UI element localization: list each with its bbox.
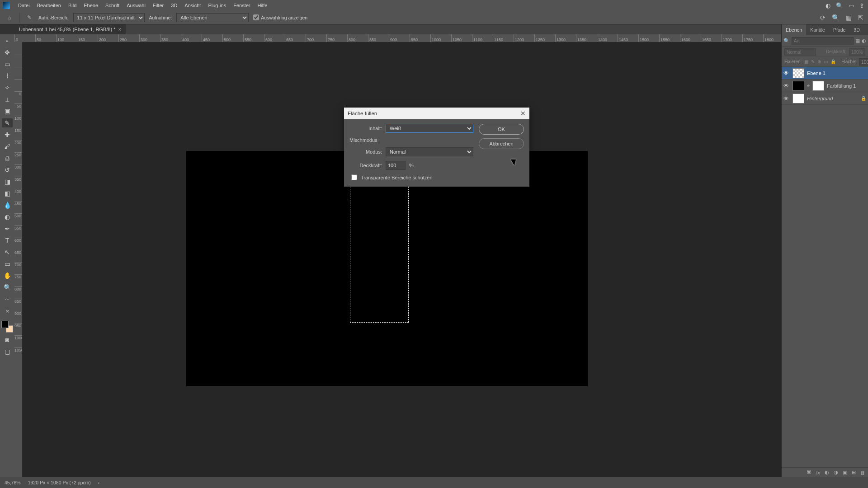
menu-3d[interactable]: 3D [167, 0, 181, 11]
frame-tool[interactable]: ▣ [2, 107, 13, 116]
link-icon[interactable]: ⎆ [807, 83, 810, 88]
swap-colors-icon[interactable]: ⤭ [2, 306, 13, 315]
layer-mask-thumb[interactable] [812, 81, 824, 91]
quickmask-tool[interactable]: ◙ [2, 335, 13, 344]
menu-schrift[interactable]: Schrift [102, 0, 123, 11]
screenmode-tool[interactable]: ▢ [2, 347, 13, 356]
visibility-icon[interactable]: 👁 [783, 95, 790, 102]
fx-icon[interactable]: fx [816, 470, 820, 475]
ruler-vertical[interactable]: 0501001502002503003504004505005506006507… [14, 42, 23, 477]
tab-pfade[interactable]: Pfade [829, 24, 849, 35]
dialog-titlebar[interactable]: Fläche füllen ✕ [344, 108, 529, 119]
lock-position-icon[interactable]: ✎ [811, 59, 815, 64]
status-doc-info[interactable]: 1920 Px × 1080 Px (72 ppcm) [28, 480, 91, 485]
workspace-icon[interactable]: ▭ [849, 2, 854, 9]
eyedropper-tool[interactable]: ✎ [2, 118, 13, 127]
pen-tool[interactable]: ✒ [2, 224, 13, 233]
stamp-tool[interactable]: ⎙ [2, 154, 13, 163]
menu-bearbeiten[interactable]: Bearbeiten [33, 0, 65, 11]
modus-select[interactable]: Normal [386, 147, 473, 156]
lock-nest-icon[interactable]: ▭ [824, 59, 828, 64]
tab-3d[interactable]: 3D [849, 24, 863, 35]
collapse-icon[interactable]: « [2, 36, 13, 45]
new-layer-icon[interactable]: ⊞ [852, 469, 856, 475]
fill-value[interactable]: 100% [859, 58, 868, 66]
link-layers-icon[interactable]: ⌘ [807, 469, 811, 475]
layer-row[interactable]: 👁 Ebene 1 [782, 67, 868, 80]
edit-toolbar-icon[interactable]: ⋯ [2, 295, 13, 304]
lock-all-icon[interactable]: 🔒 [830, 59, 836, 64]
share-icon[interactable]: ⇪ [859, 2, 864, 9]
layer-thumb[interactable] [793, 94, 804, 103]
heal-tool[interactable]: ✚ [2, 130, 13, 139]
marquee-tool[interactable]: ▭ [2, 60, 13, 69]
blur-tool[interactable]: 💧 [2, 201, 13, 210]
zoom-tool[interactable]: 🔍 [2, 283, 13, 292]
gradient-tool[interactable]: ◧ [2, 189, 13, 198]
history-brush-tool[interactable]: ↺ [2, 165, 13, 174]
refresh-icon[interactable]: ⟳ [820, 14, 826, 21]
layer-thumb[interactable] [793, 68, 804, 78]
shape-tool[interactable]: ▭ [2, 259, 13, 268]
move-tool[interactable]: ✥ [2, 48, 13, 57]
layer-row[interactable]: 👁 ⎆ Farbfüllung 1 [782, 80, 868, 92]
cancel-button[interactable]: Abbrechen [479, 138, 524, 149]
brush-tool[interactable]: 🖌 [2, 142, 13, 151]
wand-tool[interactable]: ✧ [2, 83, 13, 92]
menu-auswahl[interactable]: Auswahl [123, 0, 149, 11]
inhalt-select[interactable]: Weiß [386, 124, 473, 133]
layer-row[interactable]: 👁 Hintergrund 🔒 [782, 92, 868, 105]
sample-source-select[interactable]: Alle Ebenen [176, 13, 249, 22]
show-ring-checkbox[interactable] [253, 14, 259, 20]
layer-thumb[interactable] [793, 81, 804, 91]
filter-adjust-icon[interactable]: ◐ [862, 38, 866, 44]
menu-ansicht[interactable]: Ansicht [181, 0, 204, 11]
ruler-horizontal[interactable]: 0501001502002503003504004505005506006507… [14, 34, 781, 42]
document-tab[interactable]: Unbenannt-1 bei 45,8% (Ebene 1, RGB/8) *… [14, 24, 126, 34]
cloud-icon[interactable]: ◐ [826, 2, 830, 9]
foreground-color-swatch[interactable] [1, 321, 9, 328]
tab-ebenen[interactable]: Ebenen [782, 24, 806, 35]
path-tool[interactable]: ↖ [2, 248, 13, 257]
delete-layer-icon[interactable]: 🗑 [860, 470, 865, 475]
menu-hilfe[interactable]: Hilfe [254, 0, 271, 11]
layer-name[interactable]: Hintergrund [807, 96, 833, 101]
mask-icon[interactable]: ◐ [825, 469, 829, 475]
search-icon[interactable]: 🔍 [836, 2, 843, 9]
sample-size-select[interactable]: 11 x 11 Pixel Durchschnitt [73, 13, 145, 22]
dialog-close-icon[interactable]: ✕ [520, 110, 526, 117]
layer-name[interactable]: Ebene 1 [807, 70, 826, 76]
visibility-icon[interactable]: 👁 [783, 83, 790, 89]
menu-datei[interactable]: Datei [14, 0, 33, 11]
deckkraft-input[interactable] [386, 161, 406, 170]
layer-filter-input[interactable] [792, 37, 854, 45]
lasso-tool[interactable]: ⌇ [2, 71, 13, 80]
menu-filter[interactable]: Filter [149, 0, 167, 11]
home-icon[interactable]: ⌂ [5, 13, 14, 23]
hand-tool[interactable]: ✋ [2, 271, 13, 280]
status-chevron-icon[interactable]: › [98, 480, 100, 485]
status-zoom[interactable]: 45,78% [5, 480, 21, 485]
opacity-value[interactable]: 100% [849, 48, 865, 56]
grid-icon[interactable]: ▦ [846, 14, 852, 21]
menu-plugins[interactable]: Plug-ins [204, 0, 230, 11]
blend-mode-select[interactable]: Normal [784, 48, 816, 56]
lock-artboard-icon[interactable]: ⊕ [817, 59, 821, 64]
eyedropper-tool-icon[interactable]: ✎ [24, 13, 34, 23]
layer-name[interactable]: Farbfüllung 1 [827, 83, 856, 89]
lock-pixels-icon[interactable]: ▦ [804, 59, 808, 64]
menu-fenster[interactable]: Fenster [230, 0, 254, 11]
crop-tool[interactable]: ⟂ [2, 95, 13, 104]
zoom-icon[interactable]: 🔍 [832, 14, 840, 21]
tab-kanaele[interactable]: Kanäle [806, 24, 829, 35]
type-tool[interactable]: T [2, 236, 13, 245]
eraser-tool[interactable]: ◨ [2, 177, 13, 186]
close-tab-icon[interactable]: × [118, 27, 121, 32]
visibility-icon[interactable]: 👁 [783, 70, 790, 76]
dodge-tool[interactable]: ◐ [2, 212, 13, 221]
group-icon[interactable]: ▣ [843, 469, 847, 475]
transparent-checkbox[interactable] [351, 174, 357, 180]
export-icon[interactable]: ⇱ [858, 14, 863, 21]
filter-image-icon[interactable]: ▦ [855, 38, 860, 44]
menu-bild[interactable]: Bild [65, 0, 80, 11]
